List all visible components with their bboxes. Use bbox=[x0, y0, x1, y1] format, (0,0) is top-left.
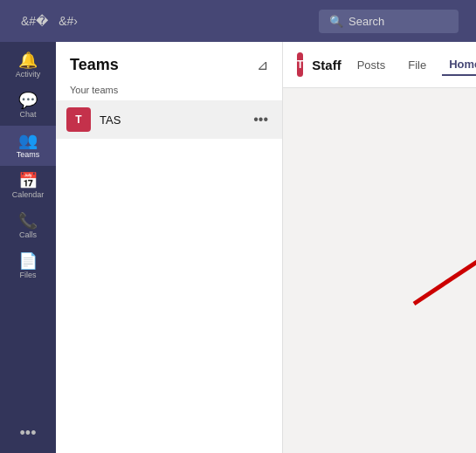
sidebar-item-activity[interactable]: 🔔 Activity bbox=[0, 45, 56, 86]
teams-title: Teams bbox=[70, 56, 119, 74]
search-label: Search bbox=[348, 15, 384, 28]
teams-header: Teams ⊿ bbox=[56, 42, 282, 81]
team-more-button[interactable]: ••• bbox=[250, 110, 272, 129]
sidebar-label-activity: Activity bbox=[16, 70, 41, 79]
main-layout: 🔔 Activity 💬 Chat 👥 Teams 📅 Calendar 📞 C… bbox=[0, 42, 476, 453]
sidebar-more-button[interactable]: ••• bbox=[20, 424, 37, 443]
sidebar-label-teams: Teams bbox=[17, 150, 40, 159]
search-box[interactable]: 🔍 Search bbox=[319, 10, 459, 33]
sidebar-label-calendar: Calendar bbox=[12, 190, 45, 199]
sidebar-item-calendar[interactable]: 📅 Calendar bbox=[0, 166, 56, 206]
files-icon: 📄 bbox=[18, 253, 38, 269]
team-avatar-tas: T bbox=[66, 107, 91, 132]
calendar-icon: 📅 bbox=[18, 173, 38, 189]
tab-file[interactable]: File bbox=[401, 55, 433, 75]
top-bar: &#� &#› 🔍 Search bbox=[0, 0, 476, 42]
sidebar-label-files: Files bbox=[19, 271, 36, 279]
sidebar: 🔔 Activity 💬 Chat 👥 Teams 📅 Calendar 📞 C… bbox=[0, 42, 56, 453]
team-name-tas: TAS bbox=[100, 113, 250, 127]
tab-posts[interactable]: Posts bbox=[350, 55, 393, 75]
content-header: T Staff Posts File Home bbox=[283, 42, 476, 88]
tab-home[interactable]: Home bbox=[442, 54, 476, 76]
back-button[interactable]: &#� bbox=[17, 12, 52, 30]
calls-icon: 📞 bbox=[18, 213, 38, 229]
activity-icon: 🔔 bbox=[18, 52, 38, 68]
team-item-tas[interactable]: T TAS ••• bbox=[56, 100, 282, 139]
search-icon: 🔍 bbox=[329, 15, 343, 28]
svg-line-1 bbox=[414, 225, 476, 304]
content-area: T Staff Posts File Home 👁 Hide ⚙ Manage bbox=[283, 42, 476, 453]
teams-icon: 👥 bbox=[18, 133, 38, 148]
teams-panel: Teams ⊿ Your teams T TAS ••• bbox=[56, 42, 283, 453]
staff-title: Staff bbox=[312, 58, 341, 72]
chat-icon: 💬 bbox=[18, 93, 38, 108]
sidebar-label-chat: Chat bbox=[19, 110, 36, 119]
filter-icon[interactable]: ⊿ bbox=[257, 57, 268, 73]
sidebar-item-teams[interactable]: 👥 Teams bbox=[0, 126, 56, 166]
forward-button[interactable]: &#› bbox=[55, 12, 81, 30]
sidebar-item-files[interactable]: 📄 Files bbox=[0, 246, 56, 286]
arrow-annotation bbox=[397, 208, 476, 312]
sidebar-label-calls: Calls bbox=[19, 230, 37, 239]
your-teams-label: Your teams bbox=[56, 81, 282, 100]
sidebar-item-chat[interactable]: 💬 Chat bbox=[0, 86, 56, 126]
staff-avatar: T bbox=[297, 52, 303, 77]
sidebar-item-calls[interactable]: 📞 Calls bbox=[0, 206, 56, 246]
